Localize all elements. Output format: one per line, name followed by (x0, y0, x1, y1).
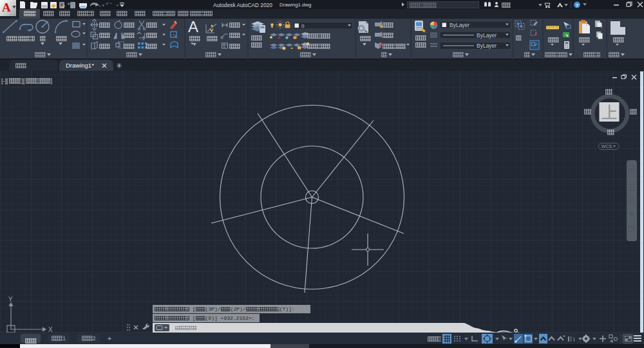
svg-text:ByLayer: ByLayer (477, 32, 497, 39)
svg-text:X: X (48, 326, 53, 333)
svg-text:0: 0 (301, 23, 305, 29)
svg-text:1: 1 (573, 336, 576, 342)
svg-text:Y: Y (8, 296, 13, 303)
svg-text:?: ? (576, 3, 579, 8)
svg-text:A: A (188, 19, 198, 35)
svg-text:ByLayer: ByLayer (450, 22, 469, 28)
svg-text:ByLayer: ByLayer (477, 42, 497, 49)
